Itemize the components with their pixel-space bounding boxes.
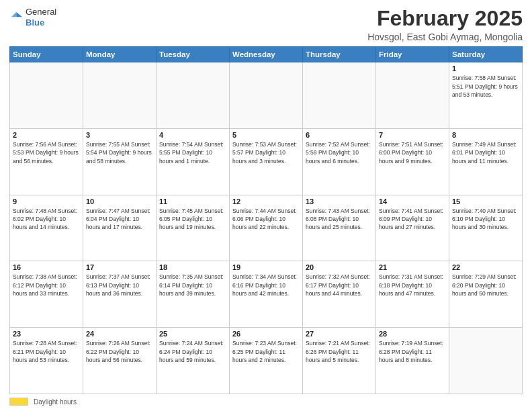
day-info: Sunrise: 7:53 AM Sunset: 5:57 PM Dayligh… <box>232 140 300 165</box>
day-number: 4 <box>159 131 226 139</box>
calendar-day-cell: 13Sunrise: 7:43 AM Sunset: 6:08 PM Dayli… <box>303 195 376 261</box>
calendar-day-cell: 21Sunrise: 7:31 AM Sunset: 6:18 PM Dayli… <box>376 261 449 328</box>
day-number: 3 <box>86 131 153 139</box>
daylight-label: Daylight hours <box>34 398 77 406</box>
day-info: Sunrise: 7:35 AM Sunset: 6:14 PM Dayligh… <box>159 273 226 298</box>
calendar-day-cell: 6Sunrise: 7:52 AM Sunset: 5:58 PM Daylig… <box>303 128 376 195</box>
day-number: 5 <box>232 131 300 139</box>
day-number: 13 <box>306 197 373 205</box>
day-info: Sunrise: 7:47 AM Sunset: 6:04 PM Dayligh… <box>86 207 153 232</box>
calendar-day-cell: 15Sunrise: 7:40 AM Sunset: 6:10 PM Dayli… <box>449 195 523 261</box>
calendar-week-row: 1Sunrise: 7:58 AM Sunset: 5:51 PM Daylig… <box>10 62 523 129</box>
calendar-day-cell: 16Sunrise: 7:38 AM Sunset: 6:12 PM Dayli… <box>10 261 83 328</box>
title-block: February 2025 Hovsgol, East Gobi Aymag, … <box>367 7 523 42</box>
calendar-day-cell: 9Sunrise: 7:48 AM Sunset: 6:02 PM Daylig… <box>10 195 83 261</box>
day-info: Sunrise: 7:19 AM Sunset: 6:28 PM Dayligh… <box>379 339 446 364</box>
calendar-day-cell <box>376 62 449 129</box>
calendar-day-cell: 20Sunrise: 7:32 AM Sunset: 6:17 PM Dayli… <box>303 261 376 328</box>
calendar-day-cell <box>449 328 523 394</box>
calendar-header-row: SundayMondayTuesdayWednesdayThursdayFrid… <box>10 47 523 62</box>
logo-text: General Blue <box>26 7 56 28</box>
calendar-day-cell <box>10 62 83 129</box>
svg-marker-0 <box>16 12 22 17</box>
calendar-header-cell: Friday <box>376 47 449 62</box>
month-title: February 2025 <box>367 7 523 30</box>
day-info: Sunrise: 7:21 AM Sunset: 6:26 PM Dayligh… <box>306 339 373 364</box>
calendar-header-cell: Monday <box>83 47 157 62</box>
day-number: 10 <box>86 197 153 205</box>
day-number: 23 <box>13 330 80 338</box>
calendar-day-cell: 7Sunrise: 7:51 AM Sunset: 6:00 PM Daylig… <box>376 128 449 195</box>
calendar-day-cell: 5Sunrise: 7:53 AM Sunset: 5:57 PM Daylig… <box>230 128 303 195</box>
day-number: 24 <box>86 330 153 338</box>
calendar-day-cell: 18Sunrise: 7:35 AM Sunset: 6:14 PM Dayli… <box>157 261 230 328</box>
calendar-day-cell: 2Sunrise: 7:56 AM Sunset: 5:53 PM Daylig… <box>10 128 83 195</box>
day-info: Sunrise: 7:56 AM Sunset: 5:53 PM Dayligh… <box>13 140 80 165</box>
day-number: 17 <box>86 263 153 271</box>
day-number: 9 <box>13 197 80 205</box>
day-number: 11 <box>159 197 226 205</box>
calendar-header-cell: Tuesday <box>157 47 230 62</box>
calendar-week-row: 16Sunrise: 7:38 AM Sunset: 6:12 PM Dayli… <box>10 261 523 328</box>
day-info: Sunrise: 7:43 AM Sunset: 6:08 PM Dayligh… <box>306 207 373 232</box>
day-info: Sunrise: 7:34 AM Sunset: 6:16 PM Dayligh… <box>232 273 300 298</box>
day-info: Sunrise: 7:44 AM Sunset: 6:06 PM Dayligh… <box>232 207 300 232</box>
day-info: Sunrise: 7:26 AM Sunset: 6:22 PM Dayligh… <box>86 339 153 364</box>
day-info: Sunrise: 7:28 AM Sunset: 6:21 PM Dayligh… <box>13 339 80 364</box>
day-info: Sunrise: 7:37 AM Sunset: 6:13 PM Dayligh… <box>86 273 153 298</box>
day-number: 14 <box>379 197 446 205</box>
calendar-day-cell: 28Sunrise: 7:19 AM Sunset: 6:28 PM Dayli… <box>376 328 449 394</box>
calendar-week-row: 23Sunrise: 7:28 AM Sunset: 6:21 PM Dayli… <box>10 328 523 394</box>
calendar-day-cell: 12Sunrise: 7:44 AM Sunset: 6:06 PM Dayli… <box>230 195 303 261</box>
day-number: 26 <box>232 330 300 338</box>
day-info: Sunrise: 7:54 AM Sunset: 5:55 PM Dayligh… <box>159 140 226 165</box>
calendar-day-cell: 1Sunrise: 7:58 AM Sunset: 5:51 PM Daylig… <box>449 62 523 129</box>
logo-general: General <box>26 7 56 17</box>
day-info: Sunrise: 7:49 AM Sunset: 6:01 PM Dayligh… <box>452 140 519 165</box>
day-info: Sunrise: 7:52 AM Sunset: 5:58 PM Dayligh… <box>306 140 373 165</box>
calendar-day-cell: 11Sunrise: 7:45 AM Sunset: 6:05 PM Dayli… <box>157 195 230 261</box>
day-info: Sunrise: 7:48 AM Sunset: 6:02 PM Dayligh… <box>13 207 80 232</box>
day-info: Sunrise: 7:41 AM Sunset: 6:09 PM Dayligh… <box>379 207 446 232</box>
day-number: 25 <box>159 330 226 338</box>
calendar-header-cell: Wednesday <box>230 47 303 62</box>
header: General Blue February 2025 Hovsgol, East… <box>9 7 523 42</box>
calendar-week-row: 2Sunrise: 7:56 AM Sunset: 5:53 PM Daylig… <box>10 128 523 195</box>
calendar-week-row: 9Sunrise: 7:48 AM Sunset: 6:02 PM Daylig… <box>10 195 523 261</box>
calendar-day-cell: 3Sunrise: 7:55 AM Sunset: 5:54 PM Daylig… <box>83 128 157 195</box>
day-number: 12 <box>232 197 300 205</box>
logo-icon <box>9 10 24 25</box>
calendar-day-cell: 8Sunrise: 7:49 AM Sunset: 6:01 PM Daylig… <box>449 128 523 195</box>
day-number: 18 <box>159 263 226 271</box>
daylight-swatch <box>9 398 28 406</box>
location: Hovsgol, East Gobi Aymag, Mongolia <box>367 32 523 42</box>
day-number: 20 <box>306 263 373 271</box>
day-number: 19 <box>232 263 300 271</box>
day-number: 16 <box>13 263 80 271</box>
day-info: Sunrise: 7:51 AM Sunset: 6:00 PM Dayligh… <box>379 140 446 165</box>
day-info: Sunrise: 7:55 AM Sunset: 5:54 PM Dayligh… <box>86 140 153 165</box>
page: General Blue February 2025 Hovsgol, East… <box>0 0 532 411</box>
calendar-day-cell: 10Sunrise: 7:47 AM Sunset: 6:04 PM Dayli… <box>83 195 157 261</box>
calendar-day-cell: 27Sunrise: 7:21 AM Sunset: 6:26 PM Dayli… <box>303 328 376 394</box>
day-info: Sunrise: 7:24 AM Sunset: 6:24 PM Dayligh… <box>159 339 226 364</box>
calendar-day-cell <box>230 62 303 129</box>
day-info: Sunrise: 7:58 AM Sunset: 5:51 PM Dayligh… <box>452 74 519 99</box>
day-info: Sunrise: 7:38 AM Sunset: 6:12 PM Dayligh… <box>13 273 80 298</box>
calendar-day-cell: 26Sunrise: 7:23 AM Sunset: 6:25 PM Dayli… <box>230 328 303 394</box>
day-info: Sunrise: 7:29 AM Sunset: 6:20 PM Dayligh… <box>452 273 519 298</box>
calendar-header-cell: Sunday <box>10 47 83 62</box>
day-number: 2 <box>13 131 80 139</box>
day-info: Sunrise: 7:40 AM Sunset: 6:10 PM Dayligh… <box>452 207 519 232</box>
calendar-day-cell: 22Sunrise: 7:29 AM Sunset: 6:20 PM Dayli… <box>449 261 523 328</box>
day-info: Sunrise: 7:45 AM Sunset: 6:05 PM Dayligh… <box>159 207 226 232</box>
calendar-day-cell: 23Sunrise: 7:28 AM Sunset: 6:21 PM Dayli… <box>10 328 83 394</box>
day-number: 15 <box>452 197 519 205</box>
logo: General Blue <box>9 7 56 28</box>
day-info: Sunrise: 7:31 AM Sunset: 6:18 PM Dayligh… <box>379 273 446 298</box>
day-number: 8 <box>452 131 519 139</box>
calendar-day-cell: 19Sunrise: 7:34 AM Sunset: 6:16 PM Dayli… <box>230 261 303 328</box>
calendar-table: SundayMondayTuesdayWednesdayThursdayFrid… <box>9 46 523 394</box>
calendar-header-cell: Saturday <box>449 47 523 62</box>
day-number: 28 <box>379 330 446 338</box>
